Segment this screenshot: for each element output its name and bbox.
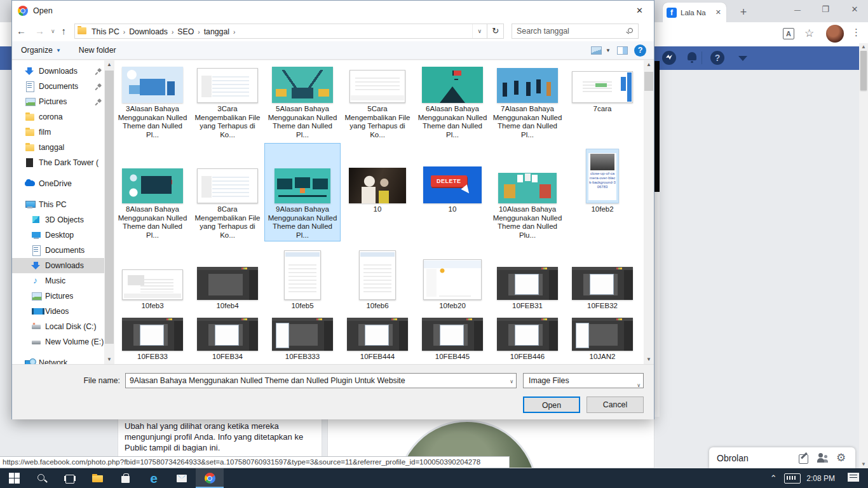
help-icon[interactable] [634, 44, 646, 57]
sidebar-item-new-volume-e-[interactable]: New Volume (E:) [12, 334, 104, 349]
sidebar-item-desktop[interactable]: Desktop [12, 227, 104, 243]
file-item[interactable]: DELETE10 [415, 144, 490, 241]
taskbar-explorer-button[interactable] [84, 468, 112, 488]
taskbar-edge-button[interactable] [140, 468, 168, 488]
open-button[interactable]: Open [523, 396, 580, 413]
file-item[interactable]: 10FEB31 [490, 245, 565, 312]
add-person-icon[interactable] [817, 452, 829, 464]
facebook-help-icon[interactable] [710, 51, 724, 65]
file-name-combo[interactable] [125, 373, 517, 388]
chevron-down-icon[interactable] [510, 379, 513, 384]
breadcrumb-item[interactable]: Downloads [126, 27, 170, 36]
sidebar-item-downloads[interactable]: Downloads [12, 258, 104, 273]
settings-gear-icon[interactable] [836, 452, 848, 464]
back-arrow-icon[interactable]: ← [12, 25, 31, 36]
taskbar-start-button[interactable] [0, 468, 28, 488]
sidebar-item-videos[interactable]: Videos [12, 304, 104, 319]
notification-icon[interactable] [843, 468, 868, 488]
sidebar-item-local-disk-c-[interactable]: Local Disk (C:) [12, 319, 104, 334]
sidebar-item-the-dark-tower-[interactable]: The Dark Tower ( [12, 155, 104, 170]
view-options-caret-icon[interactable] [606, 48, 611, 53]
file-item[interactable]: 6Alasan Bahaya Menggunakan Nulled Theme … [415, 62, 490, 140]
forward-arrow-icon[interactable]: → [31, 25, 49, 36]
minimize-button[interactable] [787, 0, 808, 19]
thumbnail-view-icon[interactable] [591, 46, 602, 55]
breadcrumb-item[interactable]: SEO [175, 27, 196, 36]
scroll-down-icon[interactable] [859, 461, 868, 468]
restore-button[interactable] [815, 0, 836, 19]
close-window-button[interactable] [844, 0, 865, 19]
file-item[interactable]: 10feb3 [115, 245, 190, 312]
breadcrumb-separator-icon[interactable]: › [196, 29, 201, 36]
dialog-titlebar[interactable]: Open [12, 1, 654, 20]
file-item[interactable]: 10FEB33 [115, 318, 190, 363]
sidebar-item-tanggal[interactable]: tanggal [12, 140, 104, 155]
preview-pane-icon[interactable] [617, 46, 628, 55]
file-item[interactable]: 10FEB32 [565, 245, 640, 312]
sidebar-item-documents[interactable]: Documents [12, 79, 104, 94]
search-input[interactable] [512, 27, 620, 36]
file-name-input[interactable] [126, 374, 502, 388]
compose-icon[interactable] [798, 452, 810, 464]
sidebar-item-3d-objects[interactable]: 3D Objects [12, 212, 104, 227]
browser-menu-icon[interactable] [851, 27, 861, 38]
new-tab-button[interactable] [736, 5, 751, 20]
refresh-icon[interactable] [487, 24, 504, 39]
search-box[interactable] [512, 24, 639, 39]
bookmark-star-icon[interactable] [804, 27, 814, 40]
file-item[interactable]: 10FEB34 [190, 318, 265, 363]
new-folder-button[interactable]: New folder [70, 46, 125, 55]
tab-close-icon[interactable] [714, 8, 722, 17]
file-item[interactable]: 9Alasan Bahaya Menggunakan Nulled Theme … [265, 144, 340, 241]
touch-keyboard-icon[interactable] [781, 468, 803, 488]
file-item[interactable]: 10feb20 [415, 245, 490, 312]
taskbar-mail-button[interactable] [168, 468, 196, 488]
file-grid-scrollbar[interactable] [644, 60, 654, 364]
breadcrumb-separator-icon[interactable]: › [232, 29, 236, 36]
file-item[interactable]: 10FEB444 [340, 318, 415, 363]
scroll-up-icon[interactable] [859, 43, 868, 51]
file-item[interactable]: 8Cara Mengembalikan File yang Terhapus d… [190, 144, 265, 241]
file-item[interactable]: 5Alasan Bahaya Menggunakan Nulled Theme … [265, 62, 340, 140]
organize-button[interactable]: Organize [12, 46, 70, 55]
taskbar-chrome-button[interactable] [196, 468, 224, 488]
taskbar-store-button[interactable] [112, 468, 140, 488]
scroll-up-icon[interactable] [104, 60, 114, 69]
file-item[interactable]: 7cara [565, 62, 640, 140]
file-item[interactable]: 10FEB333 [265, 318, 340, 363]
scrollbar-thumb[interactable] [644, 72, 653, 91]
taskbar-taskview-button[interactable] [56, 468, 84, 488]
sidebar-item-film[interactable]: film [12, 125, 104, 140]
file-item[interactable]: 10 [340, 144, 415, 241]
sidebar-item-pictures[interactable]: Pictures [12, 288, 104, 304]
breadcrumb-item[interactable]: tanggal [201, 27, 232, 36]
clock[interactable]: 2:08 PM [803, 474, 843, 483]
sidebar-item-documents[interactable]: Documents [12, 243, 104, 258]
scrollbar-thumb[interactable] [105, 71, 114, 344]
file-item[interactable]: close-up-of-camera-over-black-background… [565, 144, 640, 241]
file-item[interactable]: 8Alasan Bahaya Menggunakan Nulled Theme … [115, 144, 190, 241]
hidden-icons-chevron-icon[interactable] [766, 473, 781, 483]
file-item[interactable]: 10Alasan Bahaya Menggunakan Nulled Theme… [490, 144, 565, 241]
up-arrow-icon[interactable]: ↑ [57, 25, 71, 36]
file-type-select[interactable]: Image Files [523, 373, 644, 388]
file-item[interactable]: 10feb5 [265, 245, 340, 312]
file-item[interactable]: 10FEB446 [490, 318, 565, 363]
file-item[interactable]: 3Cara Mengembalikan File yang Terhapus d… [190, 62, 265, 140]
address-dropdown-icon[interactable]: ∨ [472, 24, 487, 38]
account-caret-icon[interactable] [736, 51, 750, 65]
address-bar[interactable]: This PC›Downloads›SEO›tanggal› ∨ [74, 24, 487, 39]
sidebar-item-network[interactable]: Network [12, 355, 104, 364]
recent-locations-chevron-icon[interactable]: ∨ [49, 28, 57, 34]
sidebar-item-downloads[interactable]: Downloads [12, 64, 104, 79]
messenger-icon[interactable] [662, 51, 676, 65]
breadcrumb-item[interactable]: This PC [89, 27, 122, 36]
scroll-down-icon[interactable] [104, 355, 114, 364]
bell-icon[interactable] [686, 51, 700, 65]
sidebar-scrollbar[interactable] [104, 60, 114, 364]
sidebar-item-pictures[interactable]: Pictures [12, 94, 104, 109]
scrollbar-thumb[interactable] [860, 51, 867, 90]
scroll-down-icon[interactable] [644, 355, 654, 364]
cancel-button[interactable]: Cancel [587, 396, 644, 413]
sidebar-item-this-pc[interactable]: This PC [12, 197, 104, 212]
